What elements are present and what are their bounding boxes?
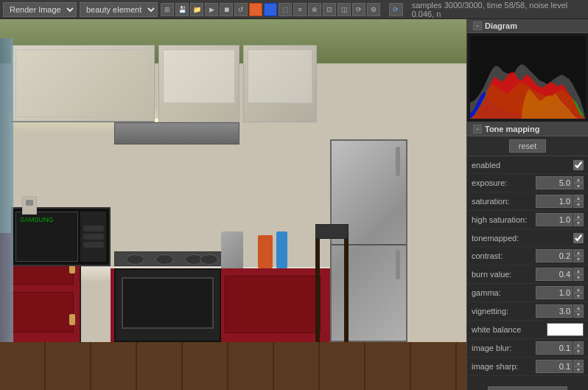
param-row-enabled: enabled xyxy=(467,156,588,174)
diagram-header: − Diagram xyxy=(467,19,588,33)
vignetting-down[interactable]: ▼ xyxy=(573,311,584,318)
stove-top xyxy=(114,251,225,266)
gamma-input[interactable] xyxy=(536,286,573,299)
gamma-up[interactable]: ▲ xyxy=(573,286,584,293)
high-saturation-spinner: ▲ ▼ xyxy=(573,213,584,226)
tone-mapping-section: − Tone mapping reset enabled exposure: ▲… xyxy=(467,122,588,390)
burn-value-down[interactable]: ▼ xyxy=(573,274,584,281)
apply-button[interactable]: apply xyxy=(488,386,567,390)
gamma-down[interactable]: ▼ xyxy=(573,293,584,299)
gamma-spinner: ▲ ▼ xyxy=(573,286,584,299)
param-label-high-saturation: high saturation: xyxy=(472,215,536,224)
beauty-element-select[interactable]: beauty element xyxy=(80,2,158,17)
icon-grid[interactable]: ⊞ xyxy=(161,3,174,16)
status-text: samples 3000/3000, time 58/58, noise lev… xyxy=(412,1,585,18)
param-row-exposure: exposure: ▲ ▼ xyxy=(467,174,588,192)
icon-settings[interactable]: ⚙ xyxy=(367,3,380,16)
toolbar: Render Image beauty element ⊞ 💾 📁 ▶ ⏹ ↺ … xyxy=(0,0,588,19)
param-label-contrast: contrast: xyxy=(472,251,536,260)
saturation-up[interactable]: ▲ xyxy=(573,195,584,201)
param-label-tonemapped: tonemapped: xyxy=(472,234,573,243)
param-label-enabled: enabled xyxy=(472,161,573,170)
icon-refresh2[interactable]: ⟳ xyxy=(389,3,403,16)
diagram-section: − Diagram xyxy=(467,19,588,122)
upper-cabinet-left xyxy=(11,45,155,122)
icon-channel[interactable]: ≡ xyxy=(293,3,307,16)
image-blur-down[interactable]: ▼ xyxy=(573,348,584,355)
enabled-checkbox[interactable] xyxy=(573,160,584,170)
tone-mapping-header: − Tone mapping xyxy=(467,122,588,136)
param-row-contrast: contrast: ▲ ▼ xyxy=(467,247,588,265)
diagram-collapse-btn[interactable]: − xyxy=(473,21,482,30)
exposure-up[interactable]: ▲ xyxy=(573,176,584,183)
contrast-down[interactable]: ▼ xyxy=(573,256,584,262)
icon-reset[interactable]: ↺ xyxy=(234,3,248,16)
icon-region[interactable]: ⬚ xyxy=(279,3,292,16)
apply-row: apply xyxy=(467,376,588,390)
render-mode-select[interactable]: Render Image xyxy=(3,2,77,17)
icon-palette[interactable] xyxy=(264,3,277,16)
image-blur-input[interactable] xyxy=(536,341,573,355)
image-sharp-input[interactable] xyxy=(536,360,573,373)
param-row-vignetting: vignetting: ▲ ▼ xyxy=(467,302,588,321)
icon-save[interactable]: 💾 xyxy=(175,3,189,16)
toolbar-icons: ⊞ 💾 📁 ▶ ⏹ ↺ ⬚ ≡ ⊕ ⊡ ◫ ⟳ ⚙ xyxy=(161,3,380,16)
param-row-burn-value: burn value: ▲ ▼ xyxy=(467,265,588,284)
icon-zoom[interactable]: ⊕ xyxy=(308,3,321,16)
vignetting-up[interactable]: ▲ xyxy=(573,304,584,311)
image-sharp-up[interactable]: ▲ xyxy=(573,360,584,366)
param-row-saturation: saturation: ▲ ▼ xyxy=(467,192,588,211)
floor xyxy=(0,342,466,390)
param-label-vignetting: vignetting: xyxy=(472,307,536,316)
param-row-white-balance: white balance xyxy=(467,321,588,339)
contrast-input[interactable] xyxy=(536,249,573,262)
oven xyxy=(114,268,221,342)
saturation-input[interactable] xyxy=(536,195,573,208)
image-sharp-spinner: ▲ ▼ xyxy=(573,360,584,373)
icon-stop[interactable]: ⏹ xyxy=(220,3,233,16)
icon-refresh[interactable]: ⟳ xyxy=(352,3,365,16)
upper-cabinet-right xyxy=(243,45,317,122)
bottle-1 xyxy=(258,235,273,268)
tonemapped-checkbox[interactable] xyxy=(573,233,584,243)
histogram-svg xyxy=(470,36,585,119)
reset-button[interactable]: reset xyxy=(509,139,546,153)
high-saturation-up[interactable]: ▲ xyxy=(573,213,584,220)
saturation-down[interactable]: ▼ xyxy=(573,201,584,208)
icon-render[interactable]: ▶ xyxy=(205,3,218,16)
image-sharp-down[interactable]: ▼ xyxy=(573,366,584,373)
exposure-down[interactable]: ▼ xyxy=(573,183,584,189)
render-area: SAMSUNG xyxy=(0,19,466,390)
white-balance-swatch[interactable] xyxy=(547,323,584,336)
kettle xyxy=(221,231,243,268)
icon-color[interactable] xyxy=(249,3,262,16)
range-hood xyxy=(114,122,239,144)
histogram-container xyxy=(467,33,588,122)
param-label-burn-value: burn value: xyxy=(472,270,536,279)
vignetting-input[interactable] xyxy=(536,304,573,318)
param-row-high-saturation: high saturation: ▲ ▼ xyxy=(467,211,588,229)
param-label-white-balance: white balance xyxy=(472,325,547,334)
exposure-input[interactable] xyxy=(536,176,573,189)
icon-fit[interactable]: ⊡ xyxy=(323,3,336,16)
reset-row: reset xyxy=(467,136,588,156)
high-saturation-down[interactable]: ▼ xyxy=(573,220,584,226)
image-blur-spinner: ▲ ▼ xyxy=(573,341,584,355)
icon-layers[interactable]: ◫ xyxy=(337,3,351,16)
image-blur-up[interactable]: ▲ xyxy=(573,341,584,348)
param-row-tonemapped: tonemapped: xyxy=(467,229,588,247)
burn-value-input[interactable] xyxy=(536,268,573,281)
burn-value-spinner: ▲ ▼ xyxy=(573,268,584,281)
burn-value-up[interactable]: ▲ xyxy=(573,268,584,274)
param-row-image-blur: image blur: ▲ ▼ xyxy=(467,339,588,358)
contrast-up[interactable]: ▲ xyxy=(573,249,584,256)
right-panel: − Diagram xyxy=(466,19,588,390)
saturation-spinner: ▲ ▼ xyxy=(573,195,584,208)
vignetting-spinner: ▲ ▼ xyxy=(573,304,584,318)
tone-mapping-collapse-btn[interactable]: − xyxy=(473,125,482,133)
upper-cabinet-mid xyxy=(158,45,239,122)
param-label-gamma: gamma: xyxy=(472,288,536,297)
icon-folder[interactable]: 📁 xyxy=(190,3,203,16)
high-saturation-input[interactable] xyxy=(536,213,573,226)
bottle-2 xyxy=(276,231,287,268)
